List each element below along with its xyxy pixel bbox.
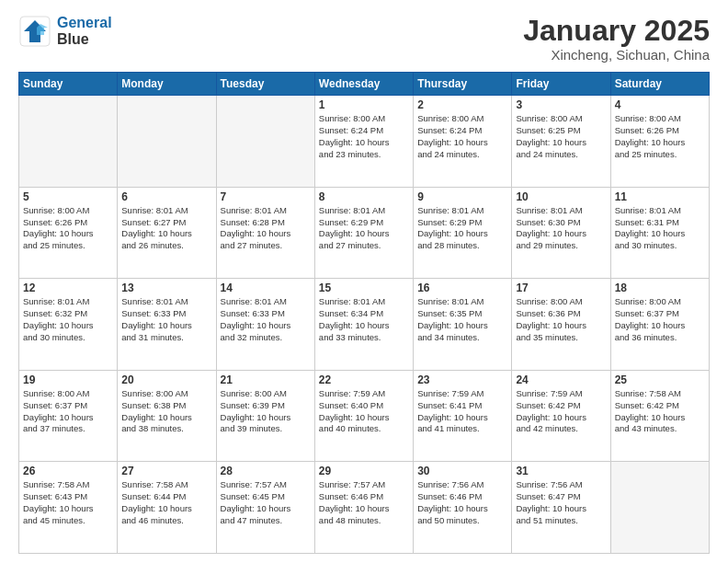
- day-info: Sunrise: 8:00 AM Sunset: 6:37 PM Dayligh…: [615, 296, 705, 343]
- calendar-cell: 12Sunrise: 8:01 AM Sunset: 6:32 PM Dayli…: [19, 279, 118, 371]
- day-number: 10: [516, 190, 606, 203]
- calendar-cell: 8Sunrise: 8:01 AM Sunset: 6:29 PM Daylig…: [314, 187, 413, 279]
- calendar-cell: 23Sunrise: 7:59 AM Sunset: 6:41 PM Dayli…: [414, 370, 512, 462]
- day-number: 17: [516, 282, 606, 294]
- day-number: 15: [319, 282, 409, 294]
- day-number: 24: [516, 373, 606, 386]
- day-info: Sunrise: 8:01 AM Sunset: 6:28 PM Dayligh…: [221, 205, 311, 252]
- day-number: 3: [516, 98, 606, 111]
- calendar-cell: [19, 96, 118, 188]
- day-info: Sunrise: 7:59 AM Sunset: 6:40 PM Dayligh…: [319, 388, 409, 435]
- day-number: 8: [319, 190, 409, 203]
- weekday-header-thursday: Thursday: [414, 73, 512, 96]
- calendar-cell: 25Sunrise: 7:58 AM Sunset: 6:42 PM Dayli…: [610, 370, 709, 462]
- day-number: 12: [23, 282, 113, 294]
- day-info: Sunrise: 8:00 AM Sunset: 6:24 PM Dayligh…: [417, 113, 507, 160]
- day-number: 4: [615, 98, 705, 111]
- calendar-cell: 21Sunrise: 8:00 AM Sunset: 6:39 PM Dayli…: [216, 370, 314, 462]
- weekday-header-wednesday: Wednesday: [314, 73, 413, 96]
- page-title: January 2025: [523, 15, 710, 47]
- day-number: 23: [417, 373, 507, 386]
- page: General Blue January 2025 Xincheng, Sich…: [0, 0, 728, 563]
- calendar-cell: 19Sunrise: 8:00 AM Sunset: 6:37 PM Dayli…: [19, 370, 118, 462]
- day-number: 14: [221, 282, 311, 294]
- day-info: Sunrise: 8:01 AM Sunset: 6:29 PM Dayligh…: [319, 205, 409, 252]
- calendar-cell: 5Sunrise: 8:00 AM Sunset: 6:26 PM Daylig…: [19, 187, 118, 279]
- calendar-cell: [610, 462, 709, 554]
- calendar-cell: 1Sunrise: 8:00 AM Sunset: 6:24 PM Daylig…: [314, 96, 413, 188]
- calendar-cell: 9Sunrise: 8:01 AM Sunset: 6:29 PM Daylig…: [414, 187, 512, 279]
- day-number: 25: [615, 373, 705, 386]
- day-number: 30: [417, 465, 507, 477]
- calendar-cell: 16Sunrise: 8:01 AM Sunset: 6:35 PM Dayli…: [414, 279, 512, 371]
- day-info: Sunrise: 8:00 AM Sunset: 6:26 PM Dayligh…: [615, 113, 705, 160]
- weekday-header-row: SundayMondayTuesdayWednesdayThursdayFrid…: [19, 73, 710, 96]
- day-info: Sunrise: 8:01 AM Sunset: 6:29 PM Dayligh…: [417, 205, 507, 252]
- weekday-header-friday: Friday: [512, 73, 610, 96]
- calendar-cell: 7Sunrise: 8:01 AM Sunset: 6:28 PM Daylig…: [216, 187, 314, 279]
- day-info: Sunrise: 8:00 AM Sunset: 6:37 PM Dayligh…: [23, 388, 113, 435]
- day-info: Sunrise: 7:57 AM Sunset: 6:45 PM Dayligh…: [221, 479, 311, 526]
- day-number: 11: [615, 190, 705, 203]
- weekday-header-monday: Monday: [118, 73, 216, 96]
- day-info: Sunrise: 8:01 AM Sunset: 6:27 PM Dayligh…: [121, 205, 211, 252]
- day-number: 29: [319, 465, 409, 477]
- day-info: Sunrise: 7:59 AM Sunset: 6:42 PM Dayligh…: [516, 388, 606, 435]
- calendar-cell: 20Sunrise: 8:00 AM Sunset: 6:38 PM Dayli…: [118, 370, 216, 462]
- calendar-week-row: 5Sunrise: 8:00 AM Sunset: 6:26 PM Daylig…: [19, 187, 710, 279]
- day-info: Sunrise: 8:01 AM Sunset: 6:33 PM Dayligh…: [121, 296, 211, 343]
- day-number: 26: [23, 465, 113, 477]
- day-number: 27: [121, 465, 211, 477]
- day-info: Sunrise: 7:59 AM Sunset: 6:41 PM Dayligh…: [417, 388, 507, 435]
- day-info: Sunrise: 8:01 AM Sunset: 6:31 PM Dayligh…: [615, 205, 705, 252]
- calendar-cell: 3Sunrise: 8:00 AM Sunset: 6:25 PM Daylig…: [512, 96, 610, 188]
- calendar-cell: 17Sunrise: 8:00 AM Sunset: 6:36 PM Dayli…: [512, 279, 610, 371]
- day-info: Sunrise: 7:57 AM Sunset: 6:46 PM Dayligh…: [319, 479, 409, 526]
- calendar-cell: 11Sunrise: 8:01 AM Sunset: 6:31 PM Dayli…: [610, 187, 709, 279]
- day-number: 20: [121, 373, 211, 386]
- day-number: 9: [417, 190, 507, 203]
- weekday-header-tuesday: Tuesday: [216, 73, 314, 96]
- day-info: Sunrise: 7:58 AM Sunset: 6:43 PM Dayligh…: [23, 479, 113, 526]
- weekday-header-saturday: Saturday: [610, 73, 709, 96]
- day-number: 5: [23, 190, 113, 203]
- day-info: Sunrise: 8:00 AM Sunset: 6:38 PM Dayligh…: [121, 388, 211, 435]
- day-info: Sunrise: 8:00 AM Sunset: 6:36 PM Dayligh…: [516, 296, 606, 343]
- calendar-table: SundayMondayTuesdayWednesdayThursdayFrid…: [18, 72, 710, 554]
- day-info: Sunrise: 7:58 AM Sunset: 6:42 PM Dayligh…: [615, 388, 705, 435]
- title-area: January 2025 Xincheng, Sichuan, China: [523, 15, 710, 63]
- day-info: Sunrise: 8:01 AM Sunset: 6:33 PM Dayligh…: [221, 296, 311, 343]
- logo-area: General Blue: [18, 15, 112, 48]
- calendar-cell: 30Sunrise: 7:56 AM Sunset: 6:46 PM Dayli…: [414, 462, 512, 554]
- calendar-cell: [216, 96, 314, 188]
- day-number: 1: [319, 98, 409, 111]
- day-number: 21: [221, 373, 311, 386]
- calendar-cell: 29Sunrise: 7:57 AM Sunset: 6:46 PM Dayli…: [314, 462, 413, 554]
- day-number: 7: [221, 190, 311, 203]
- day-number: 28: [221, 465, 311, 477]
- day-info: Sunrise: 8:00 AM Sunset: 6:24 PM Dayligh…: [319, 113, 409, 160]
- calendar-cell: 22Sunrise: 7:59 AM Sunset: 6:40 PM Dayli…: [314, 370, 413, 462]
- calendar-week-row: 12Sunrise: 8:01 AM Sunset: 6:32 PM Dayli…: [19, 279, 710, 371]
- day-number: 18: [615, 282, 705, 294]
- calendar-week-row: 19Sunrise: 8:00 AM Sunset: 6:37 PM Dayli…: [19, 370, 710, 462]
- day-info: Sunrise: 8:00 AM Sunset: 6:26 PM Dayligh…: [23, 205, 113, 252]
- header: General Blue January 2025 Xincheng, Sich…: [18, 15, 710, 63]
- day-info: Sunrise: 8:01 AM Sunset: 6:32 PM Dayligh…: [23, 296, 113, 343]
- day-info: Sunrise: 7:56 AM Sunset: 6:47 PM Dayligh…: [516, 479, 606, 526]
- calendar-cell: 18Sunrise: 8:00 AM Sunset: 6:37 PM Dayli…: [610, 279, 709, 371]
- calendar-week-row: 1Sunrise: 8:00 AM Sunset: 6:24 PM Daylig…: [19, 96, 710, 188]
- logo-icon: [18, 15, 51, 48]
- calendar-cell: 6Sunrise: 8:01 AM Sunset: 6:27 PM Daylig…: [118, 187, 216, 279]
- calendar-cell: 4Sunrise: 8:00 AM Sunset: 6:26 PM Daylig…: [610, 96, 709, 188]
- calendar-cell: 14Sunrise: 8:01 AM Sunset: 6:33 PM Dayli…: [216, 279, 314, 371]
- day-number: 13: [121, 282, 211, 294]
- day-number: 2: [417, 98, 507, 111]
- day-number: 19: [23, 373, 113, 386]
- day-number: 16: [417, 282, 507, 294]
- day-info: Sunrise: 7:58 AM Sunset: 6:44 PM Dayligh…: [121, 479, 211, 526]
- weekday-header-sunday: Sunday: [19, 73, 118, 96]
- calendar-cell: 28Sunrise: 7:57 AM Sunset: 6:45 PM Dayli…: [216, 462, 314, 554]
- calendar-cell: 13Sunrise: 8:01 AM Sunset: 6:33 PM Dayli…: [118, 279, 216, 371]
- calendar-cell: 15Sunrise: 8:01 AM Sunset: 6:34 PM Dayli…: [314, 279, 413, 371]
